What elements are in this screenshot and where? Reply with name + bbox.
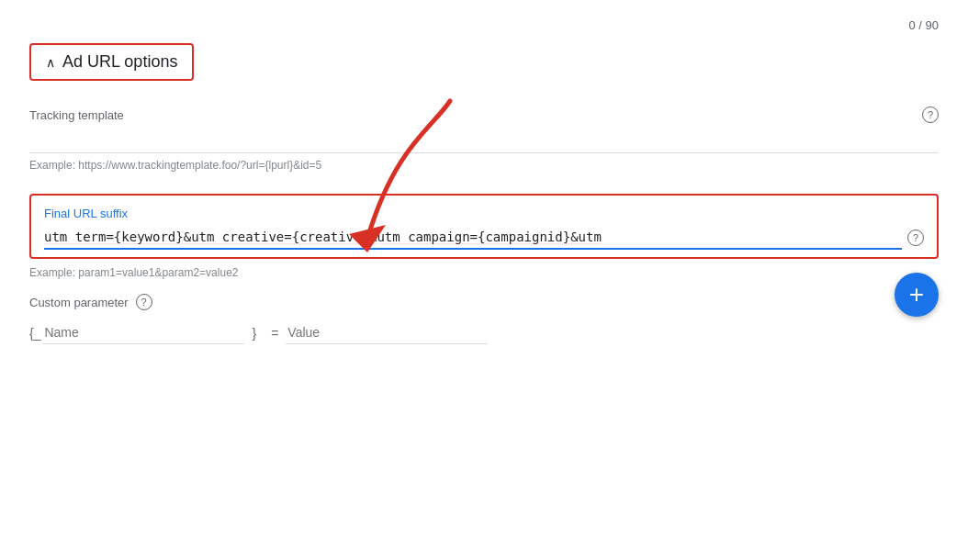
- custom-parameter-name-input[interactable]: [42, 321, 244, 344]
- final-url-suffix-container: Final URL suffix ?: [29, 194, 939, 259]
- tracking-template-help-icon[interactable]: ?: [922, 106, 939, 123]
- custom-parameter-help-icon[interactable]: ?: [136, 294, 152, 310]
- ad-url-options-header[interactable]: ∧ Ad URL options: [29, 43, 194, 81]
- plus-icon: +: [909, 282, 924, 308]
- param-name-prefix: {_: [29, 326, 40, 341]
- tracking-template-input[interactable]: [29, 127, 939, 153]
- chevron-up-icon: ∧: [46, 55, 55, 70]
- tracking-template-field: Tracking template ? Example: https://www…: [29, 106, 939, 172]
- param-equals-sign: =: [271, 326, 278, 341]
- final-url-suffix-input[interactable]: [44, 226, 902, 250]
- character-counter: 0 / 90: [908, 18, 939, 32]
- custom-parameter-value-input[interactable]: [286, 321, 488, 344]
- custom-parameter-section: Custom parameter ? {_ } =: [29, 294, 939, 344]
- custom-parameter-label: Custom parameter: [29, 296, 129, 309]
- tracking-template-label: Tracking template: [29, 108, 124, 122]
- section-title: Ad URL options: [62, 52, 177, 72]
- tracking-template-example: Example: https://www.trackingtemplate.fo…: [29, 159, 939, 172]
- param-name-suffix: }: [252, 326, 256, 341]
- add-parameter-button[interactable]: +: [895, 273, 939, 317]
- final-url-suffix-help-icon[interactable]: ?: [907, 230, 924, 246]
- final-url-suffix-label: Final URL suffix: [44, 207, 924, 220]
- final-url-suffix-example: Example: param1=value1&param2=value2: [29, 266, 939, 279]
